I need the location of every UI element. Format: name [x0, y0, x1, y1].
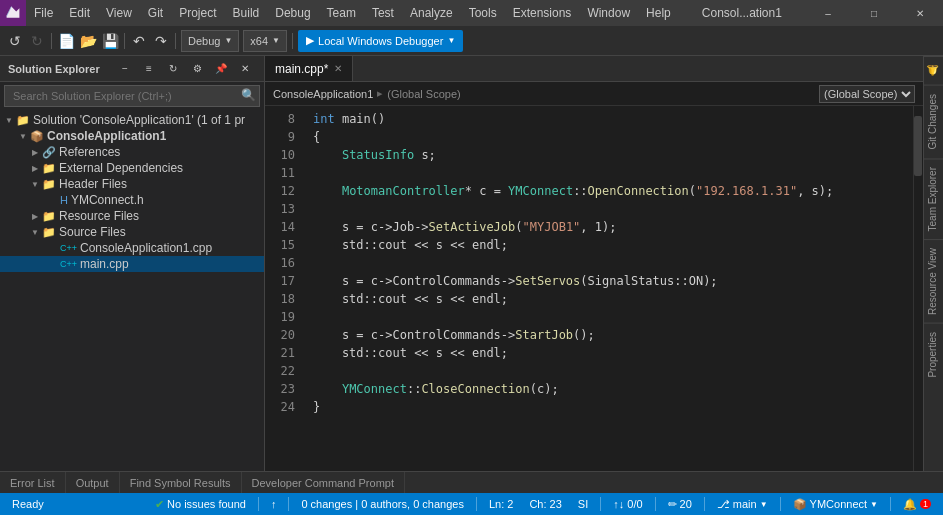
- toolbar-open[interactable]: 📂: [77, 30, 99, 52]
- hdr-label: Header Files: [59, 177, 127, 191]
- menu-help[interactable]: Help: [638, 0, 679, 26]
- menu-git[interactable]: Git: [140, 0, 171, 26]
- toolbar-back[interactable]: ↺: [4, 30, 26, 52]
- dev-cmd-tab[interactable]: Developer Command Prompt: [242, 472, 405, 493]
- count-status[interactable]: ✏ 20: [664, 498, 696, 511]
- menu-extensions[interactable]: Extensions: [505, 0, 580, 26]
- repo-status[interactable]: 📦 YMConnect ▼: [789, 498, 882, 511]
- error-list-tab[interactable]: Error List: [0, 472, 66, 493]
- menu-team[interactable]: Team: [319, 0, 364, 26]
- status-sep-1: [258, 497, 259, 511]
- start-debugging-button[interactable]: ▶ Local Windows Debugger ▼: [298, 30, 463, 52]
- notifications-panel[interactable]: 🔔: [924, 56, 943, 85]
- properties-panel[interactable]: Properties: [924, 323, 943, 386]
- se-collapse-all[interactable]: −: [114, 58, 136, 80]
- check-icon: ✔: [155, 498, 164, 511]
- publish-icon: ↑: [271, 498, 277, 510]
- ref-arrow: ▶: [28, 148, 42, 157]
- menu-project[interactable]: Project: [171, 0, 224, 26]
- close-button[interactable]: ✕: [897, 0, 943, 26]
- issues-status[interactable]: ✔ No issues found: [151, 498, 250, 511]
- status-sep-6: [704, 497, 705, 511]
- se-pin[interactable]: 📌: [210, 58, 232, 80]
- menu-build[interactable]: Build: [225, 0, 268, 26]
- resource-files-node[interactable]: ▶ 📁 Resource Files: [0, 208, 264, 224]
- mini-scrollbar[interactable]: [914, 116, 922, 176]
- source-files-node[interactable]: ▼ 📁 Source Files: [0, 224, 264, 240]
- col-status[interactable]: Ch: 23: [525, 498, 565, 510]
- resource-view-panel[interactable]: Resource View: [924, 239, 943, 323]
- cacp-label: ConsoleApplication1.cpp: [80, 241, 212, 255]
- toolbar-sep-4: [292, 33, 293, 49]
- toolbar-redo[interactable]: ↷: [150, 30, 172, 52]
- header-files-node[interactable]: ▼ 📁 Header Files: [0, 176, 264, 192]
- publish-status[interactable]: ↑: [267, 498, 281, 510]
- toolbar-save[interactable]: 💾: [99, 30, 121, 52]
- se-search-input[interactable]: [4, 85, 260, 107]
- notification-icon: 🔔: [903, 498, 917, 511]
- main-cpp-node[interactable]: ▶ C++ main.cpp: [0, 256, 264, 272]
- minimap: [913, 106, 923, 471]
- menu-edit[interactable]: Edit: [61, 0, 98, 26]
- toolbar-sep-1: [51, 33, 52, 49]
- branch-status[interactable]: ⎇ main ▼: [713, 498, 772, 511]
- play-icon: ▶: [306, 34, 314, 47]
- project-label: ConsoleApplication1: [47, 129, 166, 143]
- solution-node[interactable]: ▼ 📁 Solution 'ConsoleApplication1' (1 of…: [0, 112, 264, 128]
- arrows-status[interactable]: ↑↓ 0/0: [609, 498, 646, 510]
- res-label: Resource Files: [59, 209, 139, 223]
- menu-window[interactable]: Window: [579, 0, 638, 26]
- output-tab[interactable]: Output: [66, 472, 120, 493]
- main-cpp-tab[interactable]: main.cpp* ✕: [265, 56, 353, 81]
- menu-test[interactable]: Test: [364, 0, 402, 26]
- git-changes-panel[interactable]: Git Changes: [924, 85, 943, 158]
- repo-icon: 📦: [793, 498, 807, 511]
- code-editor[interactable]: int main() { StatusInfo s; MotomanContro…: [305, 106, 913, 471]
- scope-dropdown[interactable]: (Global Scope): [819, 85, 915, 103]
- find-symbol-tab[interactable]: Find Symbol Results: [120, 472, 242, 493]
- config-dropdown[interactable]: Debug ▼: [181, 30, 239, 52]
- toolbar-forward[interactable]: ↻: [26, 30, 48, 52]
- references-node[interactable]: ▶ 🔗 References: [0, 144, 264, 160]
- status-sep-7: [780, 497, 781, 511]
- toolbar-new[interactable]: 📄: [55, 30, 77, 52]
- se-refresh[interactable]: ↻: [162, 58, 184, 80]
- line-numbers: 8 9 10 11 12 13 14 15 16 17 18 19 20 21 …: [265, 106, 305, 471]
- ref-label: References: [59, 145, 120, 159]
- menu-view[interactable]: View: [98, 0, 140, 26]
- platform-dropdown[interactable]: x64 ▼: [243, 30, 287, 52]
- ext-deps-node[interactable]: ▶ 📁 External Dependencies: [0, 160, 264, 176]
- menu-analyze[interactable]: Analyze: [402, 0, 461, 26]
- status-sep-8: [890, 497, 891, 511]
- menu-debug[interactable]: Debug: [267, 0, 318, 26]
- issues-label: No issues found: [167, 498, 246, 510]
- project-node[interactable]: ▼ 📦 ConsoleApplication1: [0, 128, 264, 144]
- toolbar-sep-2: [124, 33, 125, 49]
- ready-label: Ready: [12, 498, 44, 510]
- changes-status[interactable]: 0 changes | 0 authors, 0 changes: [297, 498, 467, 510]
- extra-status[interactable]: SI: [574, 498, 592, 510]
- tab-close-icon[interactable]: ✕: [334, 63, 342, 74]
- se-settings[interactable]: ⚙: [186, 58, 208, 80]
- se-header: Solution Explorer − ≡ ↻ ⚙ 📌 ✕: [0, 56, 264, 82]
- maximize-button[interactable]: □: [851, 0, 897, 26]
- se-show-all[interactable]: ≡: [138, 58, 160, 80]
- res-arrow: ▶: [28, 212, 42, 221]
- code-container: 8 9 10 11 12 13 14 15 16 17 18 19 20 21 …: [265, 106, 923, 471]
- tab-filename: main.cpp: [275, 62, 324, 76]
- menu-tools[interactable]: Tools: [461, 0, 505, 26]
- se-close[interactable]: ✕: [234, 58, 256, 80]
- notification-status[interactable]: 🔔 1: [899, 498, 935, 511]
- changes-label: 0 changes | 0 authors, 0 changes: [301, 498, 463, 510]
- line-status[interactable]: Ln: 2: [485, 498, 517, 510]
- ymconnect-h-node[interactable]: ▶ H YMConnect.h: [0, 192, 264, 208]
- ymh-icon: H: [60, 194, 68, 206]
- breadcrumb-bar: ConsoleApplication1 ▸ (Global Scope) (Gl…: [265, 82, 923, 106]
- minimize-button[interactable]: –: [805, 0, 851, 26]
- consoleapp-cpp-node[interactable]: ▶ C++ ConsoleApplication1.cpp: [0, 240, 264, 256]
- toolbar-undo[interactable]: ↶: [128, 30, 150, 52]
- status-sep-3: [476, 497, 477, 511]
- menu-file[interactable]: File: [26, 0, 61, 26]
- team-explorer-panel[interactable]: Team Explorer: [924, 158, 943, 239]
- main-icon: C++: [60, 259, 77, 269]
